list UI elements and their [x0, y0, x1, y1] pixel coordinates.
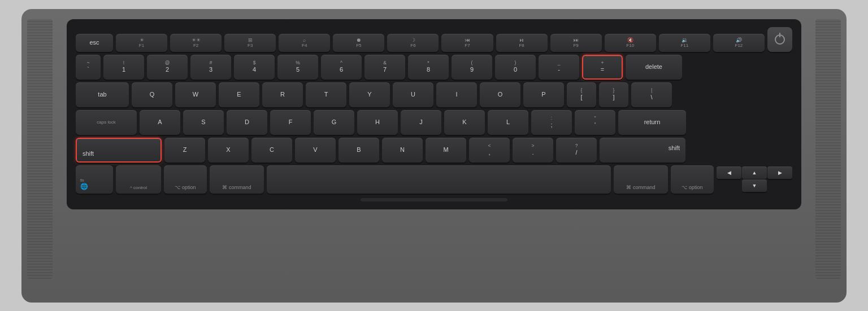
f8-key[interactable]: ⏯ F8: [496, 34, 548, 52]
command-left-key[interactable]: ⌘ command: [210, 165, 264, 194]
open-bracket-key[interactable]: { [: [567, 82, 596, 107]
1-key[interactable]: ! 1: [103, 55, 144, 80]
o-key[interactable]: O: [480, 82, 520, 107]
touchpad[interactable]: [361, 198, 507, 202]
minus-key[interactable]: _ -: [539, 55, 579, 80]
fn-key[interactable]: fn 🌐: [76, 165, 113, 194]
f9-key[interactable]: ⏭ F9: [550, 34, 602, 52]
b-key[interactable]: B: [338, 138, 379, 163]
q-key[interactable]: Q: [132, 82, 172, 107]
7-key[interactable]: & 7: [364, 55, 405, 80]
x-key[interactable]: X: [208, 138, 249, 163]
f6-key[interactable]: ☽ F6: [387, 34, 439, 52]
f3-key[interactable]: ⊞ F3: [224, 34, 276, 52]
arrow-cluster: ◀ ▲ ▼ ▶: [717, 167, 792, 192]
laptop-body: esc ☀ F1 ☀☀ F2 ⊞ F3 ⌕ F4 ⏺ F5: [21, 9, 847, 303]
s-key[interactable]: S: [183, 110, 224, 135]
quote-key[interactable]: " ': [575, 110, 615, 135]
number-row: ~ ` ! 1 @ 2 # 3 $ 4 % 5: [76, 55, 792, 80]
f7-key[interactable]: ⏮ F7: [441, 34, 493, 52]
option-left-key[interactable]: ⌥ option: [164, 165, 207, 194]
a-key[interactable]: A: [140, 110, 180, 135]
plus-equals-key[interactable]: + =: [582, 55, 623, 80]
f2-key[interactable]: ☀☀ F2: [170, 34, 222, 52]
caps-lock-key[interactable]: caps lock: [76, 110, 137, 135]
4-key[interactable]: $ 4: [234, 55, 275, 80]
speaker-left: [27, 19, 53, 279]
j-key[interactable]: J: [401, 110, 441, 135]
qwerty-row: tab Q W E R T Y U I: [76, 82, 792, 107]
semicolon-key[interactable]: : ;: [531, 110, 572, 135]
8-key[interactable]: * 8: [408, 55, 449, 80]
k-key[interactable]: K: [444, 110, 485, 135]
w-key[interactable]: W: [175, 82, 216, 107]
i-key[interactable]: I: [436, 82, 477, 107]
return-key[interactable]: return: [618, 110, 686, 135]
speaker-right: [815, 19, 841, 279]
control-key[interactable]: ^ control: [116, 165, 161, 194]
v-key[interactable]: V: [295, 138, 336, 163]
bottom-row: fn 🌐 ^ control ⌥ option ⌘ command ⌘ comm…: [76, 165, 792, 194]
r-key[interactable]: R: [262, 82, 303, 107]
l-key[interactable]: L: [488, 110, 528, 135]
y-key[interactable]: Y: [349, 82, 390, 107]
e-key[interactable]: E: [219, 82, 259, 107]
6-key[interactable]: ^ 6: [321, 55, 362, 80]
command-right-key[interactable]: ⌘ command: [614, 165, 668, 194]
backslash-key[interactable]: | \: [631, 82, 672, 107]
period-key[interactable]: > .: [513, 138, 553, 163]
backtick-key[interactable]: ~ `: [76, 55, 101, 80]
c-key[interactable]: C: [251, 138, 292, 163]
option-right-key[interactable]: ⌥ option: [671, 165, 714, 194]
z-key[interactable]: Z: [164, 138, 205, 163]
t-key[interactable]: T: [306, 82, 346, 107]
asdf-row: caps lock A S D F G H J: [76, 110, 792, 135]
d-key[interactable]: D: [227, 110, 267, 135]
m-key[interactable]: M: [426, 138, 466, 163]
power-button[interactable]: [767, 27, 792, 52]
3-key[interactable]: # 3: [190, 55, 231, 80]
f11-key[interactable]: 🔉 F11: [659, 34, 710, 52]
arrow-left-key[interactable]: ◀: [717, 167, 741, 179]
arrow-right-key[interactable]: ▶: [767, 167, 792, 179]
h-key[interactable]: H: [357, 110, 398, 135]
f-key[interactable]: F: [270, 110, 311, 135]
arrow-up-key[interactable]: ▲: [742, 167, 767, 179]
u-key[interactable]: U: [393, 82, 433, 107]
zxcv-row: shift Z X C V B N M <: [76, 138, 792, 163]
esc-key[interactable]: esc: [76, 34, 113, 52]
9-key[interactable]: ( 9: [452, 55, 492, 80]
g-key[interactable]: G: [314, 110, 354, 135]
f4-key[interactable]: ⌕ F4: [279, 34, 330, 52]
arrow-top-row: ◀ ▲ ▼ ▶: [717, 167, 792, 192]
delete-key[interactable]: delete: [626, 55, 682, 80]
shift-left-key[interactable]: shift: [76, 138, 162, 163]
f10-key[interactable]: 🔇 F10: [605, 34, 656, 52]
comma-key[interactable]: < ,: [469, 138, 510, 163]
f5-key[interactable]: ⏺ F5: [333, 34, 384, 52]
keyboard: esc ☀ F1 ☀☀ F2 ⊞ F3 ⌕ F4 ⏺ F5: [67, 19, 801, 209]
p-key[interactable]: P: [523, 82, 564, 107]
slash-key[interactable]: ? /: [556, 138, 597, 163]
arrow-down-key[interactable]: ▼: [742, 179, 767, 192]
0-key[interactable]: ) 0: [495, 55, 536, 80]
touchpad-area: [76, 198, 792, 202]
f1-key[interactable]: ☀ F1: [116, 34, 167, 52]
n-key[interactable]: N: [382, 138, 423, 163]
2-key[interactable]: @ 2: [147, 55, 188, 80]
fn-row: esc ☀ F1 ☀☀ F2 ⊞ F3 ⌕ F4 ⏺ F5: [76, 27, 792, 52]
shift-right-key[interactable]: shift: [600, 138, 685, 163]
close-bracket-key[interactable]: } ]: [599, 82, 628, 107]
f12-key[interactable]: 🔊 F12: [713, 34, 765, 52]
5-key[interactable]: % 5: [277, 55, 318, 80]
tab-key[interactable]: tab: [76, 82, 129, 107]
space-key[interactable]: [267, 165, 611, 194]
